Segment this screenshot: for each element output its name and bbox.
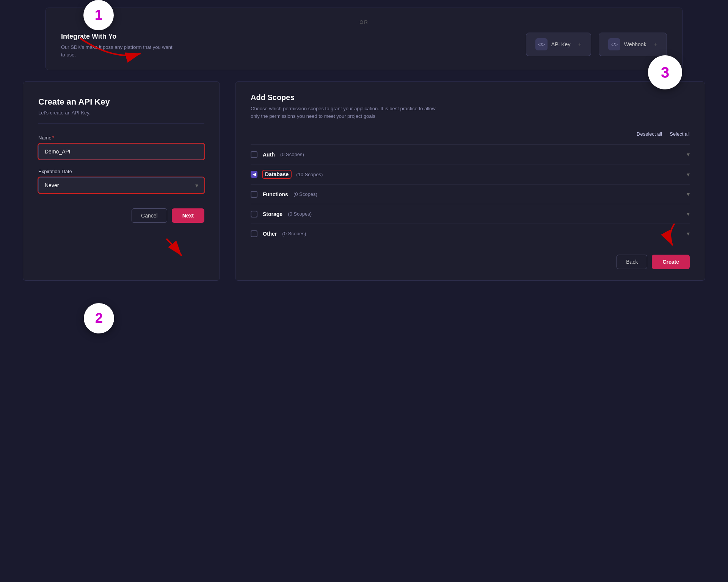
integrate-section: Integrate With Yo Our SDK's make it poss…: [61, 33, 667, 58]
step-badge-3: 3: [648, 55, 682, 89]
scope-chevron-other: ▾: [687, 230, 690, 237]
scope-name-storage: Storage: [263, 211, 282, 217]
scope-item-database[interactable]: ◀ Database (10 Scopes) ▾: [251, 164, 690, 184]
scope-checkbox-auth[interactable]: [251, 151, 257, 158]
scope-count-other: (0 Scopes): [282, 231, 306, 236]
panel-title: Create an API Key: [38, 97, 204, 107]
top-section: OR Integrate With Yo Our SDK's make it p…: [46, 8, 682, 70]
scope-name-functions: Functions: [263, 191, 288, 197]
expiration-label: Expiration Date: [38, 169, 204, 174]
scope-left-auth: Auth (0 Scopes): [251, 151, 304, 158]
scope-name-auth: Auth: [263, 152, 275, 158]
scope-item-functions[interactable]: Functions (0 Scopes) ▾: [251, 184, 690, 204]
or-divider: OR: [61, 19, 667, 25]
webhook-plus-icon: +: [654, 41, 657, 48]
scope-checkbox-database[interactable]: ◀: [251, 171, 257, 178]
scopes-title: Add Scopes: [251, 93, 690, 102]
form-actions: Cancel Next: [38, 208, 204, 223]
integrate-text: Integrate With Yo Our SDK's make it poss…: [61, 33, 175, 58]
scope-count-database: (10 Scopes): [296, 172, 323, 177]
scope-count-storage: (0 Scopes): [288, 211, 312, 217]
name-label: Name*: [38, 135, 204, 141]
scope-count-functions: (0 Scopes): [293, 191, 317, 197]
webhook-code-icon: </>: [608, 38, 620, 50]
arrow-to-next: [159, 231, 189, 261]
scope-item-other[interactable]: Other (0 Scopes) ▾: [251, 224, 690, 243]
scope-chevron-functions: ▾: [687, 191, 690, 198]
scope-left-database: ◀ Database (10 Scopes): [251, 171, 323, 178]
scope-left-functions: Functions (0 Scopes): [251, 191, 317, 198]
scope-checkbox-other[interactable]: [251, 230, 257, 237]
next-button[interactable]: Next: [172, 208, 204, 223]
scope-chevron-storage: ▾: [687, 210, 690, 217]
scope-checkbox-storage[interactable]: [251, 211, 257, 217]
integrate-title: Integrate With Yo: [61, 33, 175, 41]
main-content: Create an API Key Let's create an API Ke…: [23, 81, 705, 281]
scopes-controls: Deselect all Select all: [251, 131, 690, 137]
api-key-label: API Key: [551, 41, 571, 47]
step-badge-2: 2: [84, 303, 114, 333]
scope-name-other: Other: [263, 231, 277, 237]
api-key-button[interactable]: </> API Key +: [526, 33, 591, 56]
cancel-button[interactable]: Cancel: [132, 208, 167, 223]
scope-actions: Back Create: [251, 255, 690, 269]
scope-left-other: Other (0 Scopes): [251, 230, 306, 237]
name-form-group: Name*: [38, 135, 204, 160]
scope-left-storage: Storage (0 Scopes): [251, 211, 312, 217]
expiration-select-wrapper: Never 30 days 90 days 1 year ▾: [38, 177, 204, 193]
scope-checkbox-functions[interactable]: [251, 191, 257, 198]
webhook-label: Webhook: [624, 41, 646, 47]
api-key-code-icon: </>: [535, 38, 548, 50]
expiration-select[interactable]: Never 30 days 90 days 1 year: [38, 177, 204, 193]
add-scopes-panel: 3 Add Scopes Choose which permission sco…: [235, 81, 705, 281]
create-api-key-panel: Create an API Key Let's create an API Ke…: [23, 81, 220, 281]
expiration-form-group: Expiration Date Never 30 days 90 days 1 …: [38, 169, 204, 193]
deselect-all-button[interactable]: Deselect all: [637, 131, 662, 137]
scope-name-database: Database: [263, 171, 291, 178]
panel-subtitle: Let's create an API Key.: [38, 110, 204, 124]
select-all-button[interactable]: Select all: [670, 131, 690, 137]
scope-chevron-database: ▾: [687, 171, 690, 178]
step-badge-1: 1: [83, 0, 114, 30]
api-key-plus-icon: +: [578, 41, 581, 48]
scope-count-auth: (0 Scopes): [280, 152, 304, 157]
back-button[interactable]: Back: [617, 255, 647, 269]
name-input[interactable]: [38, 144, 204, 160]
scope-item-storage[interactable]: Storage (0 Scopes) ▾: [251, 204, 690, 224]
webhook-button[interactable]: </> Webhook +: [599, 33, 667, 56]
scopes-description: Choose which permission scopes to grant …: [251, 105, 440, 120]
scope-chevron-auth: ▾: [687, 151, 690, 158]
integrate-buttons: </> API Key + </> Webhook +: [526, 33, 667, 56]
integrate-desc: Our SDK's make it poss any platform that…: [61, 44, 175, 58]
create-button[interactable]: Create: [652, 255, 690, 269]
scope-item-auth[interactable]: Auth (0 Scopes) ▾: [251, 144, 690, 164]
